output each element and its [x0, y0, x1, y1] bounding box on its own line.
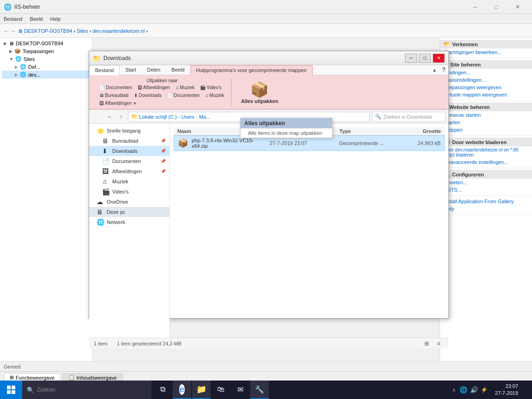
iis-menu-bar: Bestand Beeld Help — [0, 14, 532, 24]
taskbar-mail[interactable]: ✉ — [231, 381, 249, 399]
iis-close-button[interactable]: ✕ — [507, 0, 528, 14]
folder-bureaublad[interactable]: 🖥 Bureaublad — [97, 92, 130, 98]
folder-downloads[interactable]: ⬇ Downloads — [132, 92, 163, 98]
iis-breadcrumb-start[interactable]: 🖥 DESKTOP-0OSTB94 — [18, 28, 72, 34]
iis-tree-default-label: Def... — [28, 64, 40, 70]
folder-documenten2[interactable]: 📄 Documenten — [165, 92, 202, 98]
iis-breadcrumb-site[interactable]: dev.maartendekeizer.nl — [92, 28, 145, 34]
iis-item-hsts[interactable]: HSTS... — [440, 186, 532, 193]
mail-icon: ✉ — [237, 385, 243, 394]
ribbon-collapse-button[interactable]: ▲ — [430, 65, 439, 74]
iis-menu-bestand[interactable]: Bestand — [4, 16, 22, 22]
explorer-up-button[interactable]: ↑ — [116, 112, 126, 122]
iis-tree-item-apps[interactable]: ▶ 📦 Toepassingen — [2, 47, 90, 55]
sidebar-label-afbeeldingen: Afbeeldingen — [112, 169, 142, 174]
iis-item-starten[interactable]: Starten — [440, 119, 532, 126]
explorer-search-placeholder: Zoeken in Downloads — [383, 114, 432, 120]
explorer-view-buttons: ⊞ ≡ — [422, 339, 444, 348]
taskbar-iis[interactable]: 🔧 — [250, 381, 269, 399]
sidebar-item-onedrive[interactable]: ☁ OneDrive — [89, 197, 169, 207]
taskbar-clock[interactable]: 23:07 27-7-2019 — [491, 383, 522, 397]
iis-item-help[interactable]: Help — [440, 205, 532, 212]
iis-item-toepassingen[interactable]: Toepassingen weergeven — [440, 84, 532, 91]
iis-item-browse[interactable]: Door dev.maartendekeizer.nl on *:80 (htt… — [440, 146, 532, 158]
svg-rect-0 — [7, 386, 11, 389]
taskbar-task-view[interactable]: ⧉ — [153, 381, 172, 399]
alles-uitpakken-button[interactable]: 📦 Alles uitpakken — [236, 81, 283, 104]
folder-afbeeldingen2[interactable]: 🖼 Afbeeldingen ▼ — [97, 100, 139, 106]
ribbon-tab-bestand[interactable]: Bestand — [89, 65, 120, 75]
folder-documenten[interactable]: 📄 Documenten — [97, 85, 134, 91]
file-zip-icon: 📦 — [178, 138, 189, 148]
ribbon-tab-start[interactable]: Start — [120, 65, 141, 75]
ribbon-tab-delen[interactable]: Delen — [142, 65, 166, 75]
iis-item-install-gallery[interactable]: Install Application From Gallery — [440, 198, 532, 205]
iis-item-geavanceerd[interactable]: Geavanceerde instellingen... — [440, 158, 532, 166]
explorer-close-button[interactable]: ✕ — [433, 54, 445, 63]
explorer-selected-info: 1 item geselecteerd 24,3 MB — [117, 341, 181, 346]
iis-menu-help[interactable]: Help — [50, 16, 61, 22]
iis-tree-item-dev[interactable]: ▶ 🌐 dev... — [2, 71, 90, 79]
sidebar-item-downloads[interactable]: ⬇ Downloads 📌 — [89, 146, 169, 156]
taskbar-show-desktop[interactable] — [526, 381, 528, 399]
netwerk-icon: 🌐 — [97, 218, 104, 226]
iis-tab-inhoud-label: Inhoudsweergave — [77, 375, 117, 381]
folder-doc2-label: Documenten — [174, 93, 200, 98]
sidebar-item-muziek[interactable]: ♫ Muziek — [89, 176, 169, 187]
iis-maximize-button[interactable]: □ — [486, 0, 507, 14]
explorer-minimize-button[interactable]: ─ — [405, 54, 417, 63]
iis-tree-apps-label: Toepassingen — [23, 48, 54, 54]
iis-section-gallery: Install Application From Gallery Help — [440, 196, 532, 215]
sidebar-item-netwerk[interactable]: 🌐 Netwerk — [89, 217, 169, 227]
iis-breadcrumb-sites[interactable]: Sites — [77, 28, 88, 34]
sidebar-item-afbeeldingen[interactable]: 🖼 Afbeeldingen 📌 — [89, 166, 169, 176]
iis-minimize-button[interactable]: ─ — [465, 0, 486, 14]
sidebar-item-snelle-toegang[interactable]: ⭐ Snelle toegang — [89, 126, 169, 136]
breadcrumb-user[interactable]: Ma... — [199, 114, 210, 120]
desktop-icon: 🖥 — [9, 41, 14, 46]
sidebar-item-bureaublad[interactable]: 🖥 Bureaublad 📌 — [89, 136, 169, 146]
iis-menu-beeld[interactable]: Beeld — [30, 16, 42, 22]
taskbar-search-box[interactable]: 🔍 Zoeken — [22, 381, 151, 399]
iis-tree-item-default[interactable]: ▶ 🌐 Def... — [2, 63, 90, 71]
taskbar-tray-chevron[interactable]: ∧ — [452, 387, 456, 393]
folder-muziek[interactable]: ♫ Muziek — [174, 85, 196, 91]
explorer-forward-button[interactable]: → — [104, 112, 114, 122]
ribbon-help-button[interactable]: ? — [439, 65, 448, 74]
iis-item-bindingen[interactable]: Bindingen... — [440, 69, 532, 76]
explorer-search-box[interactable]: 🔍 Zoeken in Downloads — [372, 112, 446, 122]
explorer-win-controls: ─ □ ✕ — [405, 54, 445, 63]
breadcrumb-users[interactable]: Users — [181, 114, 195, 120]
folder-afbeeldingen[interactable]: 🖼 Afbeeldingen — [136, 85, 172, 91]
explorer-maximize-button[interactable]: □ — [419, 54, 431, 63]
sidebar-item-deze-pc[interactable]: 🖥 Deze pc — [89, 207, 169, 217]
iis-item-virtuele[interactable]: Virtuele mappen weergeven — [440, 91, 532, 98]
site-beheren-text: Site beheren — [450, 62, 481, 67]
ribbon-tab-beeld[interactable]: Beeld — [166, 65, 190, 75]
context-menu-item-alles[interactable]: Alle items in deze map uitpakken — [241, 128, 332, 138]
breadcrumb-lc[interactable]: Lokale schijf (C:) — [139, 114, 177, 120]
explorer-view-details-button[interactable]: ⊞ — [422, 339, 432, 348]
iis-item-limieten[interactable]: Limieten... — [440, 179, 532, 186]
folder-afb-icon: 🖼 — [138, 85, 142, 90]
iis-item-stoppen[interactable]: Stoppen — [440, 126, 532, 133]
iis-item-opnieuw[interactable]: Opnieuw starten — [440, 111, 532, 119]
taskbar-start-button[interactable] — [0, 381, 22, 399]
iis-item-machtigingen[interactable]: Machtigingen bewerken... — [440, 48, 532, 56]
explorer-back-button[interactable]: ← — [92, 112, 102, 122]
taskbar-explorer[interactable]: 📁 — [192, 381, 211, 399]
iis-tree-item-desktop[interactable]: ▶ 🖥 DESKTOP-0O5TB94 — [2, 40, 90, 47]
taskbar-tray: ∧ 🌐 🔊 ⚡ 23:07 27-7-2019 — [448, 381, 532, 399]
sidebar-label-onedrive: OneDrive — [107, 199, 128, 205]
iis-tree-item-sites[interactable]: ▼ 🌐 Sites — [2, 55, 90, 63]
taskbar-edge[interactable]: e — [173, 381, 191, 399]
sidebar-item-videos[interactable]: 🎬 Video's — [89, 187, 169, 197]
explorer-view-list-button[interactable]: ≡ — [434, 339, 444, 348]
ribbon-tab-compress[interactable]: Hulpprogramma's voor gecomprimeerde mapp… — [190, 65, 313, 75]
folder-videos[interactable]: 🎬 Video's — [198, 85, 223, 91]
folder-muziek2[interactable]: ♫ Muziek — [203, 92, 226, 98]
folder-afb-label: Afbeeldingen — [143, 85, 170, 90]
sidebar-item-documenten[interactable]: 📄 Documenten 📌 — [89, 156, 169, 166]
taskbar-store[interactable]: 🛍 — [212, 381, 230, 399]
iis-item-basisinstellingen[interactable]: Basisinstellingen... — [440, 76, 532, 84]
